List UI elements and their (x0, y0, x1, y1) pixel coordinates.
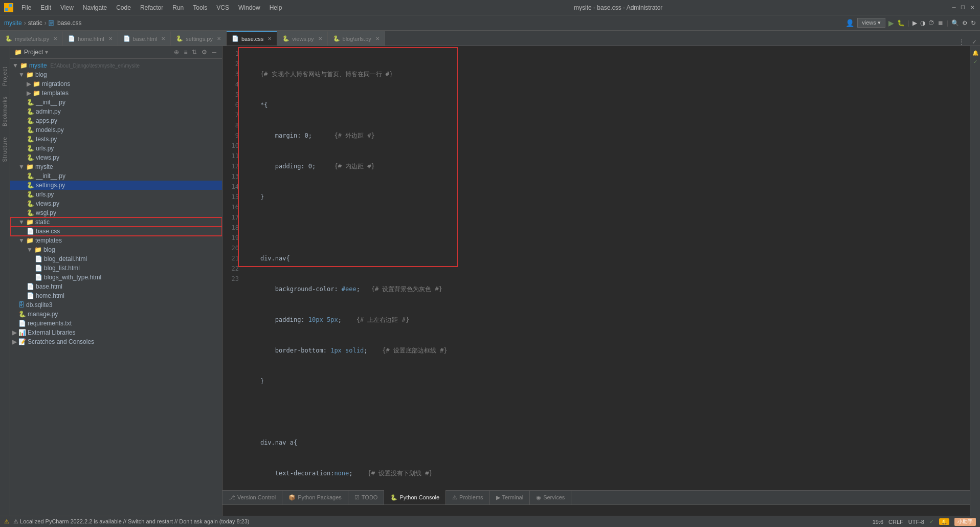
coverage-icon[interactable]: ◑ (920, 19, 925, 27)
settings-gear-icon[interactable]: ⚙ (200, 48, 209, 56)
menu-window[interactable]: Window (234, 3, 264, 12)
breadcrumb-static[interactable]: static (28, 19, 42, 27)
position-indicator[interactable]: 19:6 (873, 519, 883, 525)
tab-base-html[interactable]: 📄 base.html ✕ (118, 31, 171, 46)
recent-files-icon[interactable]: ✓ (969, 38, 980, 46)
more-tabs-icon[interactable]: ⋮ (954, 38, 969, 46)
tree-item-blog-sub[interactable]: ▼ 📁 blog (10, 245, 222, 254)
tree-item-apps[interactable]: 🐍 apps.py (10, 116, 222, 125)
tree-item-migrations[interactable]: ▶ 📁 migrations (10, 79, 222, 89)
menu-run[interactable]: Run (168, 3, 188, 12)
tree-item-static[interactable]: ▼ 📁 static (10, 217, 222, 227)
tab-base-css[interactable]: 📄 base.css ✕ (227, 31, 277, 46)
menu-help[interactable]: Help (265, 3, 286, 12)
tree-item-tests[interactable]: 🐍 tests.py (10, 135, 222, 144)
stop-icon[interactable]: ⏹ (938, 19, 944, 27)
vtab-project[interactable]: Project (2, 67, 8, 86)
tree-item-blog[interactable]: ▼ 📁 blog (10, 70, 222, 79)
tree-item-base-css[interactable]: 📄 base.css (10, 227, 222, 236)
tree-item-blog-templates[interactable]: ▶ 📁 templates (10, 89, 222, 98)
run-icon[interactable]: ▶ (888, 19, 894, 27)
tree-item-templates[interactable]: ▼ 📁 templates (10, 236, 222, 245)
tree-item-views-mysite[interactable]: 🐍 views.py (10, 199, 222, 208)
tree-item-blog-list[interactable]: 📄 blog_list.html (10, 264, 222, 273)
profile-icon[interactable]: 👤 (845, 19, 854, 27)
menu-tools[interactable]: Tools (189, 3, 211, 12)
vtab-bookmarks[interactable]: Bookmarks (2, 96, 8, 126)
menu-edit[interactable]: Edit (36, 3, 55, 12)
tab-close-base-html[interactable]: ✕ (161, 36, 165, 41)
sort-icon[interactable]: ⇅ (190, 48, 198, 56)
tab-close-home-html[interactable]: ✕ (108, 36, 113, 41)
tree-item-urls-mysite[interactable]: 🐍 urls.py (10, 190, 222, 199)
menu-file[interactable]: File (17, 3, 35, 12)
tree-item-scratches[interactable]: ▶ 📝 Scratches and Consoles (10, 337, 222, 346)
notification-bell-icon[interactable]: 🔔 (972, 49, 978, 57)
code-editor[interactable]: 1 2 3 4 5 6 7 8 9 10 11 12 13 14 15 16 1… (222, 46, 970, 490)
run2-icon[interactable]: ▶ (912, 19, 917, 27)
project-dropdown-icon[interactable]: ▾ (45, 49, 48, 56)
tree-item-base-html[interactable]: 📄 base.html (10, 282, 222, 291)
breadcrumb-mysite[interactable]: mysite (4, 19, 22, 27)
search-icon[interactable]: 🔍 (951, 19, 959, 27)
bottom-tab-terminal[interactable]: ▶ Terminal (490, 490, 530, 504)
tree-item-models[interactable]: 🐍 models.py (10, 125, 222, 135)
debug-icon[interactable]: 🐛 (897, 19, 905, 27)
tab-close-urls-py[interactable]: ✕ (53, 36, 57, 41)
menu-code[interactable]: Code (112, 3, 135, 12)
tree-item-init-mysite[interactable]: 🐍 __init__.py (10, 171, 222, 181)
tree-item-views-blog[interactable]: 🐍 views.py (10, 153, 222, 162)
status-warning-text[interactable]: ⚠ Localized PyCharm 2022.2.2 is availabl… (13, 518, 250, 525)
tree-item-blog-detail[interactable]: 📄 blog_detail.html (10, 254, 222, 264)
tree-item-blogs-with-type[interactable]: 📄 blogs_with_type.html (10, 273, 222, 282)
tree-item-wsgi[interactable]: 🐍 wsgi.py (10, 208, 222, 217)
minimize-panel-icon[interactable]: ─ (210, 48, 218, 56)
bottom-tab-python-packages[interactable]: 📦 Python Packages (282, 490, 348, 504)
tree-item-home-html[interactable]: 📄 home.html (10, 291, 222, 300)
tab-blog-urls-py[interactable]: 🐍 blog\urls.py ✕ (328, 31, 385, 46)
tree-item-mysite-root[interactable]: ▼ 📁 mysite E:\About_Django\test\mysite_e… (10, 61, 222, 70)
close-button[interactable]: ✕ (969, 4, 976, 11)
tree-item-mysite-pkg[interactable]: ▼ 📁 mysite (10, 162, 222, 171)
minimize-button[interactable]: ─ (950, 4, 957, 11)
locate-file-icon[interactable]: ⊕ (172, 48, 181, 56)
vtab-structure[interactable]: Structure (2, 137, 8, 162)
tree-item-manage[interactable]: 🐍 manage.py (10, 310, 222, 319)
menu-refactor[interactable]: Refactor (136, 3, 167, 12)
tab-views-py[interactable]: 🐍 views.py ✕ (277, 31, 327, 46)
maximize-button[interactable]: ☐ (960, 4, 967, 11)
bottom-tab-problems[interactable]: ⚠ Problems (446, 490, 489, 504)
status-avatar-icon[interactable]: 小助手 (954, 518, 976, 526)
inspect-code-icon[interactable]: ✓ (973, 57, 977, 66)
menu-view[interactable]: View (56, 3, 78, 12)
tab-urls-py[interactable]: 🐍 mysite\urls.py ✕ (0, 31, 63, 46)
menu-navigate[interactable]: Navigate (79, 3, 111, 12)
profile-run-icon[interactable]: ⏱ (928, 19, 934, 27)
bottom-tab-todo[interactable]: ☑ TODO (348, 490, 385, 504)
breadcrumb-file[interactable]: base.css (49, 19, 82, 27)
bottom-tab-services[interactable]: ◉ Services (530, 490, 571, 504)
collapse-all-icon[interactable]: ≡ (182, 48, 189, 56)
update-icon[interactable]: ↻ (971, 19, 976, 27)
line-ending-indicator[interactable]: CRLF (888, 519, 903, 525)
bottom-tab-version-control[interactable]: ⎇ Version Control (222, 490, 282, 504)
tree-item-requirements[interactable]: 📄 requirements.txt (10, 319, 222, 328)
menu-vcs[interactable]: VCS (212, 3, 233, 12)
tab-close-views-py[interactable]: ✕ (318, 36, 322, 41)
tab-close-base-css[interactable]: ✕ (268, 36, 272, 41)
tree-item-settings[interactable]: 🐍 settings.py (10, 181, 222, 190)
tree-item-db[interactable]: 🗄 db.sqlite3 (10, 300, 222, 310)
bottom-tab-python-console[interactable]: 🐍 Python Console (384, 490, 446, 504)
settings-icon[interactable]: ⚙ (962, 19, 968, 27)
tree-item-ext-libs[interactable]: ▶ 📊 External Libraries (10, 328, 222, 337)
inspect-icon[interactable]: ✓ (929, 518, 934, 525)
encoding-indicator[interactable]: UTF-8 (908, 519, 924, 525)
tree-item-admin[interactable]: 🐍 admin.py (10, 107, 222, 116)
status-notification-icon[interactable]: 🔔 (939, 518, 949, 525)
tab-settings-py[interactable]: 🐍 settings.py ✕ (171, 31, 227, 46)
tab-close-blog-urls-py[interactable]: ✕ (375, 36, 380, 41)
tab-close-settings-py[interactable]: ✕ (217, 36, 221, 41)
views-button[interactable]: views ▾ (857, 18, 885, 28)
tree-item-urls-blog[interactable]: 🐍 urls.py (10, 144, 222, 153)
tree-item-init-blog[interactable]: 🐍 __init__.py (10, 98, 222, 107)
